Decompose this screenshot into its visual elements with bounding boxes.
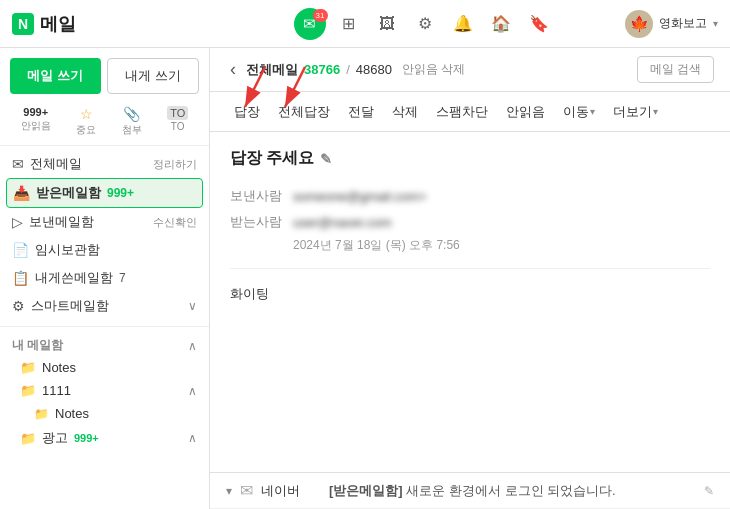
sidebar-actions: 메일 쓰기 내게 쓰기 [0, 48, 209, 102]
delete-button[interactable]: 삭제 [384, 99, 426, 125]
quick-to-label: TO [171, 121, 185, 132]
allmail-icon: ✉ [12, 156, 24, 172]
body-text: 화이팅 [230, 286, 269, 301]
smart-collapse-icon[interactable]: ∨ [188, 299, 197, 313]
sidebar-section-main: ✉ 전체메일 정리하기 📥 받은메일함 999+ ▷ 보낸메일함 수신확 [0, 146, 209, 324]
mail-header-icon[interactable]: ✉ 31 [294, 8, 326, 40]
email-meta: 보낸사람 someone@gmail.com> 받는사람 user@naver.… [230, 183, 710, 264]
spam-button[interactable]: 스팸차단 [428, 99, 496, 125]
content-toolbar: ‹ 전체메일 38766 / 48680 안읽음 삭제 메일 검색 [210, 48, 730, 92]
collapse-arrow-icon: ▾ [226, 484, 232, 498]
quick-to[interactable]: TO TO [167, 106, 188, 137]
ad-label: 광고 [42, 429, 68, 447]
count-divider: / [346, 62, 350, 77]
smart-label: 스마트메일함 [31, 297, 109, 315]
more-label: 더보기 [613, 103, 652, 121]
from-row: 보낸사람 someone@gmail.com> [230, 183, 710, 209]
sidebar: 메일 쓰기 내게 쓰기 999+ 안읽음 ☆ 중요 📎 첨부 TO TO [0, 48, 210, 509]
folder-1111-label: 1111 [42, 383, 71, 398]
unread-label: 안읽음 삭제 [402, 61, 465, 78]
sidebar-item-drafts[interactable]: 📄 임시보관함 [6, 236, 203, 264]
avatar: 🍁 [625, 10, 653, 38]
quick-unread[interactable]: 999+ 안읽음 [21, 106, 51, 137]
email-body: 화이팅 [230, 281, 710, 307]
subject-text: 답장 주세요 [230, 148, 314, 169]
inbox-label: 받은메일함 [36, 184, 101, 202]
back-button[interactable]: ‹ [226, 57, 240, 82]
forward-button[interactable]: 전달 [340, 99, 382, 125]
sidebar-item-smart[interactable]: ⚙ 스마트메일함 ∨ [6, 292, 203, 320]
mail-edit-icon: ✎ [704, 484, 714, 498]
mail-envelope-icon: ✉ [240, 481, 253, 500]
mail-preview: [받은메일함] 새로운 환경에서 로그인 되었습니다. [329, 482, 696, 500]
mymail-badge: 7 [119, 271, 126, 285]
unread-button[interactable]: 안읽음 [498, 99, 553, 125]
inbox-icon: 📥 [13, 185, 30, 201]
mail-count-current: 38766 [304, 62, 340, 77]
notes2-label: Notes [55, 406, 89, 421]
action-bar: 답장 전체답장 전달 삭제 스팸차단 안읽음 이동 ▾ 더보기 ▾ [210, 92, 730, 132]
sidebar-item-notes2[interactable]: 📁 Notes [6, 402, 203, 425]
my-mailbox-toggle[interactable]: ∧ [188, 339, 197, 353]
sidebar-item-sent[interactable]: ▷ 보낸메일함 수신확인 [6, 208, 203, 236]
mymail-label: 내게쓴메일함 [35, 269, 113, 287]
my-mailbox-label: 내 메일함 [12, 337, 63, 354]
reply-button[interactable]: 답장 [226, 99, 268, 125]
quick-attachment[interactable]: 📎 첨부 [122, 106, 142, 137]
drafts-label: 임시보관함 [35, 241, 100, 259]
drafts-icon: 📄 [12, 242, 29, 258]
search-button[interactable]: 메일 검색 [637, 56, 714, 83]
sidebar-item-notes1[interactable]: 📁 Notes [6, 356, 203, 379]
gear-icon-btn[interactable]: ⚙ [410, 9, 440, 39]
date-row: 2024년 7월 18일 (목) 오후 7:56 [230, 235, 710, 264]
table-row[interactable]: ▾ ✉ 네이버 [받은메일함] 새로운 환경에서 로그인 되었습니다. ✎ [210, 473, 730, 509]
quick-unread-count: 999+ [23, 106, 48, 118]
toolbar-left: ‹ 전체메일 38766 / 48680 안읽음 삭제 [226, 57, 465, 82]
quick-important-label: 중요 [76, 123, 96, 137]
mymail-icon: 📋 [12, 270, 29, 286]
to-row: 받는사람 user@naver.com [230, 209, 710, 235]
allmail-action[interactable]: 정리하기 [153, 157, 197, 172]
allmail-label: 전체메일 [30, 155, 82, 173]
star-icon: ☆ [80, 106, 93, 122]
sidebar-item-1111[interactable]: 📁 1111 ∧ [6, 379, 203, 402]
image-icon-btn[interactable]: 🖼 [372, 9, 402, 39]
from-value: someone@gmail.com> [293, 189, 427, 204]
write-tome-button[interactable]: 내게 쓰기 [107, 58, 200, 94]
sidebar-item-allmail[interactable]: ✉ 전체메일 정리하기 [6, 150, 203, 178]
mail-badge: 31 [313, 9, 328, 22]
header-icons: ✉ 31 ⊞ 🖼 ⚙ 🔔 🏠 🔖 [222, 8, 625, 40]
quick-unread-label: 안읽음 [21, 119, 51, 133]
divider-line [230, 268, 710, 269]
to-value: user@naver.com [293, 215, 391, 230]
sidebar-item-mymail[interactable]: 📋 내게쓴메일함 7 [6, 264, 203, 292]
smart-icon: ⚙ [12, 298, 25, 314]
move-button-group[interactable]: 이동 ▾ [555, 99, 603, 125]
email-subject: 답장 주세요 ✎ [230, 148, 710, 169]
bookmark-icon-btn[interactable]: 🔖 [524, 9, 554, 39]
sidebar-item-ad[interactable]: 📁 광고 999+ ∧ [6, 425, 203, 451]
divider1 [0, 326, 209, 327]
sent-action[interactable]: 수신확인 [153, 215, 197, 230]
write-mail-button[interactable]: 메일 쓰기 [10, 58, 101, 94]
home-icon-btn[interactable]: 🏠 [486, 9, 516, 39]
sidebar-item-inbox[interactable]: 📥 받은메일함 999+ [6, 178, 203, 208]
paperclip-icon: 📎 [123, 106, 140, 122]
ad-expand-icon[interactable]: ∧ [188, 431, 197, 445]
bell-icon-btn[interactable]: 🔔 [448, 9, 478, 39]
edit-icon[interactable]: ✎ [320, 151, 332, 167]
folder-1111-expand[interactable]: ∧ [188, 384, 197, 398]
header-right: 🍁 영화보고 ▾ [625, 10, 718, 38]
mail-count-total: 48680 [356, 62, 392, 77]
from-label: 보낸사람 [230, 187, 285, 205]
logo-text: 메일 [40, 12, 76, 36]
reply-all-button[interactable]: 전체답장 [270, 99, 338, 125]
quick-important[interactable]: ☆ 중요 [76, 106, 96, 137]
more-button-group[interactable]: 더보기 ▾ [605, 99, 666, 125]
inbox-badge: 999+ [107, 186, 134, 200]
header: N 메일 ✉ 31 ⊞ 🖼 ⚙ 🔔 🏠 🔖 🍁 영화보고 ▾ [0, 0, 730, 48]
copy-icon-btn[interactable]: ⊞ [334, 9, 364, 39]
user-dropdown-icon[interactable]: ▾ [713, 18, 718, 29]
my-mailbox-section: 내 메일함 ∧ 📁 Notes 📁 1111 ∧ 📁 Notes [0, 329, 209, 453]
sub-folder-icon: 📁 [34, 407, 49, 421]
